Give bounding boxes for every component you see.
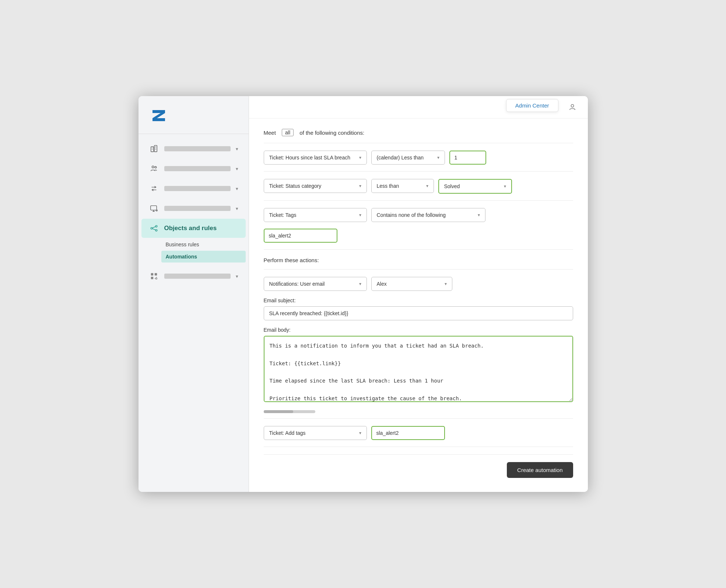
condition-2-field-label: Ticket: Status category bbox=[269, 183, 322, 189]
condition-row-1: Ticket: Hours since last SLA breach ▾ (c… bbox=[264, 151, 573, 165]
sidebar-label-channels bbox=[164, 186, 231, 191]
admin-center-button[interactable]: Admin Center bbox=[506, 99, 558, 112]
svg-rect-9 bbox=[150, 206, 157, 210]
sidebar-label-people bbox=[164, 166, 231, 171]
svg-point-11 bbox=[151, 228, 152, 229]
svg-point-7 bbox=[152, 166, 154, 168]
condition-1-value-input[interactable] bbox=[449, 151, 486, 165]
sidebar-item-people[interactable]: ▾ bbox=[141, 159, 246, 178]
divider-6 bbox=[264, 418, 573, 419]
sidebar-item-workspace[interactable]: ▾ bbox=[141, 199, 246, 218]
chevron-down-icon: ▾ bbox=[236, 146, 238, 152]
chevron-down-icon-a1: ▾ bbox=[359, 281, 361, 286]
condition-1-field-select[interactable]: Ticket: Hours since last SLA breach ▾ bbox=[264, 151, 367, 165]
svg-rect-16 bbox=[151, 277, 153, 279]
svg-point-24 bbox=[571, 105, 574, 107]
svg-point-10 bbox=[155, 210, 158, 212]
footer-row: Create automation bbox=[264, 454, 573, 482]
condition-1-operator-label: (calendar) Less than bbox=[377, 155, 424, 161]
people-icon bbox=[149, 163, 159, 174]
email-body-textarea[interactable]: This is a notification to inform you tha… bbox=[264, 336, 573, 402]
action-addtags-row: Ticket: Add tags ▾ bbox=[264, 426, 573, 440]
svg-point-13 bbox=[155, 229, 157, 231]
sidebar-label-buildings bbox=[164, 146, 231, 151]
action-notification-row: Notifications: User email ▾ Alex ▾ bbox=[264, 277, 573, 291]
sidebar-item-channels[interactable]: ▾ bbox=[141, 179, 246, 198]
action-notification-type-label: Notifications: User email bbox=[269, 281, 325, 287]
email-body-label: Email body: bbox=[264, 327, 573, 333]
topbar: Admin Center bbox=[249, 96, 588, 119]
chevron-down-icon-c3: ▾ bbox=[359, 212, 361, 218]
condition-1-operator-select[interactable]: (calendar) Less than ▾ bbox=[371, 151, 445, 165]
email-subject-label: Email subject: bbox=[264, 297, 573, 303]
main-content: Admin Center Meet all of the following c… bbox=[249, 96, 588, 492]
chevron-down-icon-4: ▾ bbox=[236, 206, 238, 211]
conditions-header-post: of the following conditions: bbox=[299, 130, 364, 136]
action-addtags-field-label: Ticket: Add tags bbox=[269, 430, 306, 436]
objects-rules-icon bbox=[149, 223, 159, 233]
zendesk-logo bbox=[150, 106, 238, 125]
textarea-scrollbar-thumb bbox=[264, 410, 293, 413]
all-badge: all bbox=[282, 129, 294, 136]
action-notification-recipient-label: Alex bbox=[377, 281, 387, 287]
action-notification-recipient-select[interactable]: Alex ▾ bbox=[371, 277, 452, 291]
condition-2-value-label: Solved bbox=[444, 183, 460, 189]
sub-navigation: Business rules Automations bbox=[138, 239, 249, 266]
email-body-group: Email body: This is a notification to in… bbox=[264, 327, 573, 404]
condition-2-operator-label: Less than bbox=[377, 183, 399, 189]
chevron-down-icon-c1: ▾ bbox=[359, 155, 361, 160]
chevron-down-icon-3: ▾ bbox=[236, 186, 238, 191]
divider-2 bbox=[264, 171, 573, 172]
condition-2-value-select[interactable]: Solved ▾ bbox=[438, 179, 512, 194]
sidebar-item-buildings[interactable]: ▾ bbox=[141, 139, 246, 158]
action-addtags-value-input[interactable] bbox=[371, 426, 445, 440]
apps-icon bbox=[149, 271, 159, 281]
sidebar-item-apps[interactable]: ▾ bbox=[141, 267, 246, 286]
condition-2-operator-select[interactable]: Less than ▾ bbox=[371, 179, 434, 193]
monitor-icon bbox=[149, 203, 159, 214]
sidebar-label-workspace bbox=[164, 206, 231, 211]
chevron-down-icon-c1op: ▾ bbox=[437, 155, 439, 160]
svg-rect-15 bbox=[154, 273, 157, 275]
chevron-down-icon-c2v: ▾ bbox=[504, 184, 506, 189]
buildings-icon bbox=[149, 144, 159, 154]
sidebar-label-objects-rules: Objects and rules bbox=[164, 225, 238, 232]
divider-1 bbox=[264, 143, 573, 143]
svg-rect-1 bbox=[154, 145, 157, 152]
chevron-down-icon-2: ▾ bbox=[236, 166, 238, 172]
divider-7 bbox=[264, 447, 573, 447]
condition-row-2: Ticket: Status category ▾ Less than ▾ So… bbox=[264, 179, 573, 194]
condition-3-tags-input[interactable] bbox=[264, 229, 337, 243]
condition-3-field-select[interactable]: Ticket: Tags ▾ bbox=[264, 208, 367, 222]
condition-3-operator-select[interactable]: Contains none of the following ▾ bbox=[371, 208, 485, 222]
content-area: Meet all of the following conditions: Ti… bbox=[249, 119, 588, 492]
condition-row-3: Ticket: Tags ▾ Contains none of the foll… bbox=[264, 208, 573, 222]
textarea-scrollbar bbox=[264, 410, 315, 413]
logo-area bbox=[138, 96, 249, 134]
sidebar-navigation: ▾ ▾ bbox=[138, 134, 249, 492]
chevron-down-icon-c3op: ▾ bbox=[478, 212, 480, 218]
email-subject-input[interactable] bbox=[264, 306, 573, 320]
user-icon[interactable] bbox=[566, 101, 579, 114]
condition-3-tags-row bbox=[264, 229, 573, 243]
app-window: ▾ ▾ bbox=[138, 96, 588, 492]
divider-4 bbox=[264, 249, 573, 250]
action-notification-type-select[interactable]: Notifications: User email ▾ bbox=[264, 277, 367, 291]
chevron-down-icon-a1v: ▾ bbox=[445, 281, 447, 286]
condition-1-field-label: Ticket: Hours since last SLA breach bbox=[269, 155, 350, 161]
sidebar-item-business-rules[interactable]: Business rules bbox=[161, 239, 246, 250]
sidebar-item-automations[interactable]: Automations bbox=[161, 251, 246, 263]
chevron-down-icon-c2: ▾ bbox=[359, 183, 361, 189]
svg-point-12 bbox=[155, 225, 157, 227]
condition-2-field-select[interactable]: Ticket: Status category ▾ bbox=[264, 179, 367, 193]
action-addtags-field-select[interactable]: Ticket: Add tags ▾ bbox=[264, 426, 367, 440]
divider-5 bbox=[264, 269, 573, 270]
svg-rect-14 bbox=[151, 273, 153, 275]
chevron-down-icon-5: ▾ bbox=[236, 274, 238, 279]
divider-3 bbox=[264, 200, 573, 201]
create-automation-button[interactable]: Create automation bbox=[507, 462, 573, 478]
arrows-icon bbox=[149, 183, 159, 194]
email-subject-group: Email subject: bbox=[264, 297, 573, 320]
sidebar-item-objects-rules[interactable]: Objects and rules bbox=[141, 219, 246, 238]
chevron-down-icon-a2: ▾ bbox=[359, 430, 361, 436]
